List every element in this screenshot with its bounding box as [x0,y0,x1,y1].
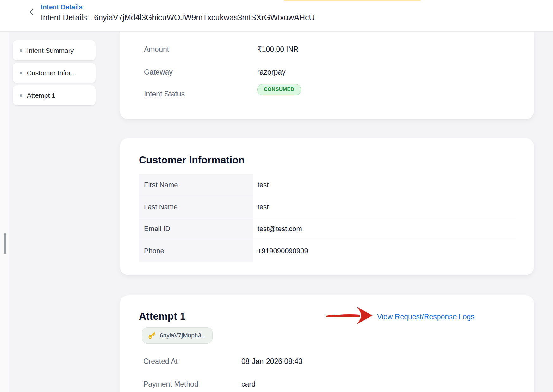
page-title: Intent Details - 6nyiaV7jMd4l3GhicuWOJW9… [41,13,315,22]
attempt-id-text: 6nyiaV7jMnph3L [160,332,205,339]
created-at-label: Created At [143,357,178,366]
table-row: Last Name test [139,196,516,218]
attempt-1-title: Attempt 1 [139,310,186,322]
email-id-value: test@test.com [258,218,302,240]
back-button[interactable] [26,7,37,18]
attempt-1-card: Attempt 1 View Request/Response Logs 6ny… [120,295,534,392]
created-at-value: 08-Jan-2026 08:43 [241,357,302,366]
intent-summary-card: Amount ₹100.00 INR Gateway razorpay Inte… [120,32,534,119]
sidebar-item-intent-summary[interactable]: Intent Summary [13,40,96,60]
table-row: First Name test [139,174,516,196]
attempt-id-chip[interactable]: 6nyiaV7jMnph3L [142,327,213,344]
sidebar-item-attempt-1[interactable]: Attempt 1 [13,85,96,105]
annotation-arrow-icon [326,304,375,327]
intent-status-label: Intent Status [144,89,185,99]
intent-details-page: { "header": { "title_link": "Intent Deta… [0,0,553,392]
bullet-dot-icon [20,49,22,52]
table-row: Email ID test@test.com [139,218,516,240]
status-badge-consumed: CONSUMED [257,84,301,95]
amount-value: ₹100.00 INR [257,45,299,54]
customer-information-title: Customer Information [139,154,245,166]
customer-information-card: Customer Information First Name test Las… [120,138,534,275]
gateway-value: razorpay [257,67,285,77]
last-name-value: test [258,196,269,218]
gateway-label: Gateway [144,67,173,77]
phone-value: +919090090909 [258,240,308,262]
chevron-left-icon [28,8,36,17]
bullet-dot-icon [20,72,22,74]
key-icon [148,331,156,340]
last-name-label: Last Name [139,196,253,218]
first-name-value: test [258,174,269,196]
sidebar-item-label: Intent Summary [27,47,74,54]
view-request-response-logs-link[interactable]: View Request/Response Logs [377,312,475,322]
breadcrumb-intent-details-link[interactable]: Intent Details [41,3,83,11]
first-name-label: First Name [139,174,253,196]
page-header: Intent Details Intent Details - 6nyiaV7j… [0,0,553,32]
bullet-dot-icon [20,94,22,97]
payment-method-label: Payment Method [143,379,198,389]
payment-method-value: card [241,379,256,389]
notification-banner-edge [284,0,421,1]
customer-information-table: First Name test Last Name test Email ID … [139,174,516,262]
phone-label: Phone [139,240,253,262]
section-nav-sidebar: Intent Summary Customer Infor... Attempt… [13,40,96,108]
scrollbar-thumb[interactable] [4,233,6,254]
table-row: Phone +919090090909 [139,240,516,262]
sidebar-item-customer-information[interactable]: Customer Infor... [13,63,96,83]
left-gutter [0,32,9,392]
amount-label: Amount [144,45,169,54]
email-id-label: Email ID [139,218,253,240]
sidebar-item-label: Attempt 1 [27,92,55,99]
sidebar-item-label: Customer Infor... [27,69,76,77]
